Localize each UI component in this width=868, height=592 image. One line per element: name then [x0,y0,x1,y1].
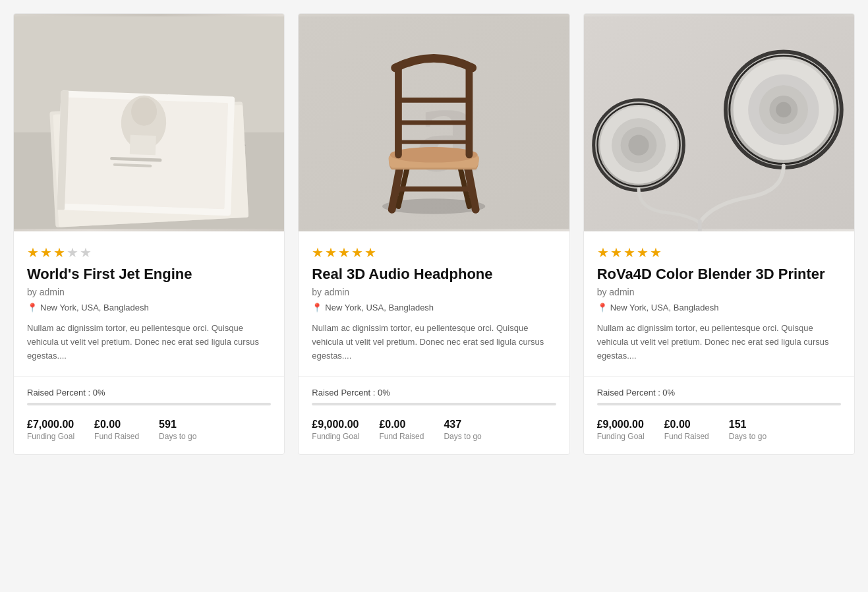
days-to-go-label: Days to go [159,432,196,441]
card-author: by admin [27,287,271,297]
raised-percent: Raised Percent : 0% [312,388,556,398]
star-filled-icon: ★ [650,245,662,260]
funding-goal-stat: £9,000.00 Funding Goal [597,419,645,441]
card-location: 📍 New York, USA, Bangladesh [312,303,556,312]
raised-percent: Raised Percent : 0% [597,388,841,398]
raised-percent: Raised Percent : 0% [27,388,271,398]
star-empty-icon: ★ [67,245,78,260]
location-pin-icon: 📍 [27,303,38,312]
fund-raised-label: Fund Raised [664,432,709,441]
days-to-go-value: 437 [444,419,481,430]
funding-goal-stat: £7,000.00 Funding Goal [27,419,74,441]
fund-raised-stat: £0.00 Fund Raised [664,419,709,441]
card-body: ★★★★★ Real 3D Audio Headphone by admin 📍… [299,231,569,376]
funding-goal-label: Funding Goal [597,432,645,441]
funding-goal-stat: £9,000.00 Funding Goal [312,419,359,441]
days-to-go-value: 151 [729,419,767,430]
fund-raised-value: £0.00 [664,419,709,430]
card-stats: £9,000.00 Funding Goal £0.00 Fund Raised… [597,419,841,454]
star-filled-icon: ★ [351,245,363,260]
card-description: Nullam ac dignissim tortor, eu pellentes… [312,322,556,363]
card-author: by admin [597,287,841,297]
days-to-go-value: 591 [159,419,196,430]
funding-goal-value: £9,000.00 [597,419,645,430]
card-footer: Raised Percent : 0% £9,000.00 Funding Go… [299,376,569,454]
days-to-go-stat: 151 Days to go [729,419,767,441]
card-location: 📍 New York, USA, Bangladesh [597,303,841,312]
star-filled-icon: ★ [312,245,324,260]
progress-bar [597,403,841,405]
fund-raised-value: £0.00 [379,419,424,430]
card-footer: Raised Percent : 0% £7,000.00 Funding Go… [14,376,284,454]
star-filled-icon: ★ [40,245,52,260]
star-filled-icon: ★ [27,245,39,260]
days-to-go-label: Days to go [444,432,481,441]
card-image: a [299,14,569,231]
location-pin-icon: 📍 [597,303,608,312]
star-rating: ★★★★★ [27,245,271,260]
card-location: 📍 New York, USA, Bangladesh [27,303,271,312]
fund-raised-label: Fund Raised [379,432,424,441]
fund-raised-stat: £0.00 Fund Raised [94,419,139,441]
card-image [14,14,284,231]
star-rating: ★★★★★ [312,245,556,260]
funding-goal-label: Funding Goal [27,432,74,441]
card-title[interactable]: RoVa4D Color Blender 3D Printer [597,266,841,283]
card-body: ★★★★★ World's First Jet Engine by admin … [14,231,284,376]
fund-raised-value: £0.00 [94,419,139,430]
location-pin-icon: 📍 [312,303,322,312]
star-filled-icon: ★ [597,245,609,260]
card-stats: £9,000.00 Funding Goal £0.00 Fund Raised… [312,419,556,454]
star-filled-icon: ★ [53,245,65,260]
days-to-go-label: Days to go [729,432,767,441]
days-to-go-stat: 591 Days to go [159,419,196,441]
progress-bar [312,403,556,405]
star-filled-icon: ★ [338,245,350,260]
funding-goal-value: £9,000.00 [312,419,359,430]
funding-goal-value: £7,000.00 [27,419,74,430]
card-image [584,14,854,231]
card-description: Nullam ac dignissim tortor, eu pellentes… [27,322,271,363]
cards-grid: ★★★★★ World's First Jet Engine by admin … [13,13,855,455]
star-filled-icon: ★ [637,245,649,260]
card-stats: £7,000.00 Funding Goal £0.00 Fund Raised… [27,419,271,454]
card-footer: Raised Percent : 0% £9,000.00 Funding Go… [584,376,854,454]
svg-point-22 [390,147,478,162]
star-empty-icon: ★ [80,245,92,260]
card-description: Nullam ac dignissim tortor, eu pellentes… [597,322,841,363]
funding-goal-label: Funding Goal [312,432,359,441]
star-filled-icon: ★ [610,245,622,260]
svg-rect-9 [130,135,156,156]
product-card-3[interactable]: ★★★★★ RoVa4D Color Blender 3D Printer by… [583,13,855,455]
fund-raised-label: Fund Raised [94,432,139,441]
product-card-2[interactable]: a [298,13,569,455]
card-body: ★★★★★ RoVa4D Color Blender 3D Printer by… [584,231,854,376]
star-filled-icon: ★ [325,245,337,260]
card-author: by admin [312,287,556,297]
star-filled-icon: ★ [623,245,635,260]
product-card-1[interactable]: ★★★★★ World's First Jet Engine by admin … [13,13,285,455]
svg-point-42 [628,135,649,156]
card-title[interactable]: Real 3D Audio Headphone [312,266,556,283]
svg-point-35 [776,102,791,117]
fund-raised-stat: £0.00 Fund Raised [379,419,424,441]
star-rating: ★★★★★ [597,245,841,260]
star-filled-icon: ★ [364,245,376,260]
card-title[interactable]: World's First Jet Engine [27,266,271,283]
days-to-go-stat: 437 Days to go [444,419,481,441]
progress-bar [27,403,271,405]
